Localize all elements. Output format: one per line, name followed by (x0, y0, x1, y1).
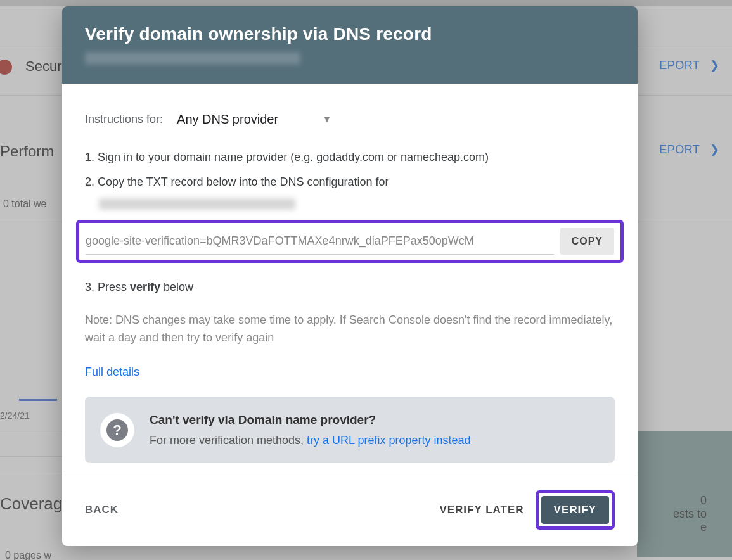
copy-button[interactable]: COPY (560, 228, 614, 255)
alternative-body-text: For more verification methods, (150, 434, 307, 447)
alternative-body: For more verification methods, try a URL… (150, 431, 471, 450)
txt-record-highlight-box: google-site-verification=bQMR3VDaFOTTMAX… (76, 220, 624, 263)
dialog-body: Instructions for: Any DNS provider ▼ 1. … (62, 84, 638, 476)
full-details-link[interactable]: Full details (85, 363, 139, 381)
step-3-prefix: 3. Press (85, 281, 130, 293)
step-1-text: 1. Sign in to your domain name provider … (85, 148, 615, 167)
question-mark-icon: ? (106, 419, 128, 441)
verify-later-button[interactable]: VERIFY LATER (439, 504, 523, 516)
step-3-bold: verify (130, 281, 160, 293)
back-button[interactable]: BACK (85, 504, 119, 516)
url-prefix-link[interactable]: try a URL prefix property instead (307, 434, 470, 447)
dns-provider-selected: Any DNS provider (177, 109, 278, 129)
step-2-domain-blurred (99, 198, 295, 210)
alternative-method-box: ? Can't verify via Domain name provider?… (85, 397, 615, 463)
dialog-header: Verify domain ownership via DNS record (62, 6, 638, 84)
verify-highlight-box: VERIFY (536, 490, 615, 530)
verify-button[interactable]: VERIFY (541, 496, 609, 524)
verify-domain-dialog: Verify domain ownership via DNS record I… (62, 6, 638, 546)
instructions-for-row: Instructions for: Any DNS provider ▼ (85, 109, 615, 129)
step-3-text: 3. Press verify below (85, 278, 615, 296)
instructions-for-label: Instructions for: (85, 110, 163, 129)
dialog-footer: BACK VERIFY LATER VERIFY (62, 476, 638, 546)
alternative-title: Can't verify via Domain name provider? (150, 410, 471, 430)
step-2-text: 2. Copy the TXT record below into the DN… (85, 173, 615, 210)
dialog-domain-blurred (85, 52, 300, 65)
dialog-title: Verify domain ownership via DNS record (85, 24, 615, 44)
dns-note-text: Note: DNS changes may take some time to … (85, 312, 615, 347)
dns-provider-dropdown[interactable]: Any DNS provider ▼ (177, 109, 331, 129)
step-2-prefix: 2. Copy the TXT record below into the DN… (85, 175, 389, 188)
dropdown-triangle-icon: ▼ (323, 112, 331, 126)
help-icon-circle: ? (100, 413, 134, 447)
alternative-text-block: Can't verify via Domain name provider? F… (150, 410, 471, 449)
step-3-suffix: below (160, 281, 193, 293)
txt-record-field[interactable]: google-site-verification=bQMR3VDaFOTTMAX… (86, 228, 554, 255)
